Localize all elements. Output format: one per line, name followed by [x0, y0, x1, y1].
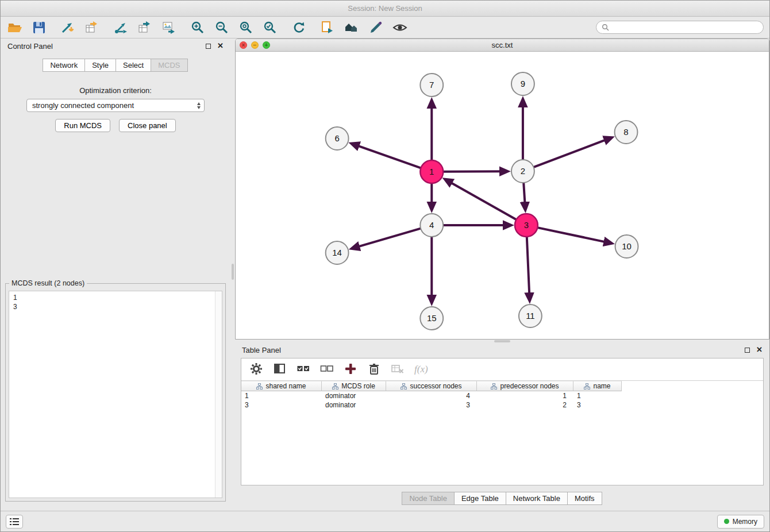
show-columns-button[interactable] — [273, 362, 287, 377]
edge-3-11[interactable] — [527, 237, 530, 298]
close-panel-icon[interactable]: ✕ — [217, 43, 224, 49]
open-file-button[interactable] — [6, 19, 24, 36]
home-layout-button[interactable] — [343, 19, 360, 36]
zoom-in-button[interactable] — [189, 19, 206, 36]
table-cell[interactable]: 3 — [573, 400, 622, 410]
delete-column-button[interactable] — [367, 362, 381, 377]
refresh-icon — [291, 20, 306, 35]
select-all-columns-button[interactable] — [297, 362, 310, 377]
export-image-button[interactable] — [160, 19, 178, 36]
column-header-mcds-role[interactable]: MCDS role — [322, 381, 386, 391]
network-table-button[interactable] — [136, 19, 153, 36]
tab-node-table[interactable]: Node Table — [402, 492, 455, 505]
panel-splitter[interactable] — [230, 38, 235, 511]
refresh-button[interactable] — [290, 19, 307, 36]
result-scrollbar[interactable] — [215, 291, 222, 498]
run-mcds-button[interactable]: Run MCDS — [55, 119, 110, 132]
column-header-shared-name[interactable]: shared name — [241, 381, 322, 391]
tab-select[interactable]: Select — [116, 59, 151, 72]
delete-table-button — [391, 362, 405, 377]
table-row[interactable]: 1dominator411 — [241, 391, 763, 400]
edge-1-6[interactable] — [354, 144, 421, 168]
svg-text:10: 10 — [622, 241, 632, 251]
float-table-panel-icon[interactable] — [745, 348, 750, 353]
edge-4-14[interactable] — [354, 229, 420, 248]
mcds-result-text[interactable]: 1 3 — [9, 291, 215, 498]
node-9[interactable]: 9 — [511, 72, 534, 95]
zoom-fit-button[interactable] — [237, 19, 255, 36]
close-window-icon[interactable]: × — [240, 41, 247, 49]
main-toolbar — [1, 17, 769, 38]
hide-all-columns-button[interactable] — [320, 362, 334, 377]
table-splitter-grip[interactable] — [494, 340, 510, 342]
paste-style-button[interactable] — [319, 19, 336, 36]
svg-text:14: 14 — [332, 248, 342, 257]
search-field[interactable] — [596, 21, 764, 34]
new-network-button[interactable] — [112, 19, 129, 36]
edge-3-1[interactable] — [447, 180, 515, 219]
table-splitter[interactable] — [235, 340, 769, 343]
tab-network[interactable]: Network — [43, 59, 85, 72]
tab-motifs[interactable]: Motifs — [567, 492, 602, 505]
close-table-panel-icon[interactable]: ✕ — [756, 347, 763, 353]
node-8[interactable]: 8 — [615, 121, 638, 144]
table-cell[interactable]: dominator — [322, 391, 386, 400]
svg-text:7: 7 — [429, 80, 434, 90]
control-panel-title: Control Panel — [7, 42, 53, 51]
network-graph[interactable]: 7968124314101511 — [236, 52, 769, 339]
table-cell[interactable]: 1 — [573, 391, 622, 400]
zoom-window-icon[interactable]: + — [263, 41, 270, 49]
zoom-selected-button[interactable] — [261, 19, 279, 36]
column-header-name[interactable]: name — [573, 381, 622, 391]
create-column-button[interactable] — [344, 362, 357, 377]
show-details-button[interactable] — [391, 19, 409, 36]
search-input[interactable] — [613, 24, 758, 32]
table-row[interactable]: 3dominator323 — [241, 400, 763, 410]
save-session-button[interactable] — [30, 19, 48, 36]
tab-style[interactable]: Style — [84, 59, 116, 72]
network-canvas[interactable]: 7968124314101511 — [236, 52, 769, 339]
node-1[interactable]: 1 — [420, 160, 443, 183]
table-settings-button[interactable] — [249, 362, 263, 377]
control-panel-header: Control Panel ✕ — [1, 38, 230, 53]
node-4[interactable]: 4 — [420, 214, 443, 237]
import-table-button[interactable] — [83, 19, 101, 36]
table-cell[interactable]: 4 — [386, 391, 477, 400]
table-cell[interactable]: 2 — [477, 400, 573, 410]
style-brush-button[interactable] — [367, 19, 384, 36]
task-history-button[interactable] — [6, 515, 23, 529]
table-cell[interactable]: 1 — [241, 391, 322, 400]
node-6[interactable]: 6 — [326, 127, 349, 150]
edge-2-8[interactable] — [534, 138, 610, 167]
tab-network-table[interactable]: Network Table — [506, 492, 568, 505]
node-7[interactable]: 7 — [420, 74, 443, 97]
node-15[interactable]: 15 — [420, 307, 443, 330]
column-header-successor-nodes[interactable]: successor nodes — [386, 381, 477, 391]
memory-button[interactable]: Memory — [717, 515, 764, 529]
float-panel-icon[interactable] — [206, 44, 211, 49]
node-10[interactable]: 10 — [615, 235, 638, 258]
table-cell[interactable]: 1 — [477, 391, 573, 400]
node-14[interactable]: 14 — [326, 241, 349, 264]
edge-1-2[interactable] — [444, 171, 505, 172]
edge-2-3[interactable] — [523, 183, 525, 207]
minimize-window-icon[interactable]: − — [251, 41, 259, 49]
node-2[interactable]: 2 — [511, 160, 534, 183]
table-cell[interactable]: 3 — [241, 400, 322, 410]
import-network-button[interactable] — [59, 19, 76, 36]
close-mcds-panel-button[interactable]: Close panel — [119, 119, 176, 132]
network-window-titlebar[interactable]: × − + scc.txt — [236, 39, 769, 52]
tab-edge-table[interactable]: Edge Table — [454, 492, 506, 505]
tab-mcds[interactable]: MCDS — [151, 59, 187, 72]
splitter-grip[interactable] — [232, 264, 234, 280]
table-cell[interactable]: 3 — [386, 400, 477, 410]
criterion-dropdown[interactable]: strongly connected component — [26, 99, 205, 112]
column-header-predecessor-nodes[interactable]: predecessor nodes — [477, 381, 573, 391]
node-11[interactable]: 11 — [519, 304, 542, 327]
edge-3-10[interactable] — [538, 228, 609, 242]
node-3[interactable]: 3 — [515, 214, 538, 237]
network-window-title: scc.txt — [236, 41, 769, 49]
table-cell[interactable]: dominator — [322, 400, 386, 410]
memory-label: Memory — [733, 518, 757, 526]
zoom-out-button[interactable] — [213, 19, 230, 36]
